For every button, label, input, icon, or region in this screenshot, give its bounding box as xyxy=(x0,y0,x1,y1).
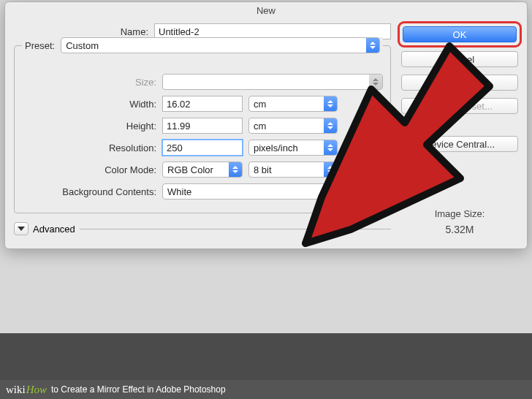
advanced-disclosure-button[interactable] xyxy=(14,222,28,235)
brand-wiki: wiki xyxy=(6,384,26,396)
chevrons-icon xyxy=(369,184,382,199)
resolution-input[interactable] xyxy=(162,140,243,156)
divider xyxy=(80,229,391,229)
image-size-value: 5.32M xyxy=(401,224,518,235)
chevrons-icon xyxy=(324,162,337,177)
colormode-select[interactable]: RGB Color xyxy=(162,162,243,178)
chevrons-icon xyxy=(229,162,242,177)
chevrons-icon xyxy=(369,75,382,89)
chevrons-icon xyxy=(324,118,337,133)
new-document-dialog: New Name: Preset: Custom xyxy=(4,1,528,249)
height-input[interactable] xyxy=(162,118,243,134)
name-label: Name: xyxy=(14,26,148,37)
cancel-button[interactable]: Cancel xyxy=(401,51,518,67)
colordepth-select[interactable]: 8 bit xyxy=(248,162,338,178)
save-preset-button[interactable]: Save Preset... xyxy=(401,75,518,91)
caption-bar: wiki How to Create a Mirror Effect in Ad… xyxy=(0,380,532,399)
chevron-down-icon xyxy=(18,227,25,231)
size-label: Size: xyxy=(22,77,156,88)
preset-select[interactable]: Custom xyxy=(61,37,380,53)
size-select xyxy=(162,74,383,90)
chevrons-icon xyxy=(366,38,379,53)
dialog-title: New xyxy=(5,2,527,20)
delete-preset-button: Delete Preset... xyxy=(401,98,518,114)
advanced-label: Advanced xyxy=(33,224,75,235)
bgcontents-label: Background Contents: xyxy=(22,186,156,197)
width-input[interactable] xyxy=(162,96,243,112)
bgcontents-select[interactable]: White xyxy=(162,183,383,200)
width-unit-select[interactable]: cm xyxy=(248,96,338,112)
preset-label: Preset: xyxy=(25,40,55,51)
colormode-label: Color Mode: xyxy=(22,164,156,175)
device-central-button[interactable]: Device Central... xyxy=(401,136,518,152)
width-label: Width: xyxy=(22,99,156,110)
chevrons-icon xyxy=(324,140,337,155)
resolution-label: Resolution: xyxy=(22,142,156,153)
ok-button[interactable]: OK xyxy=(403,26,517,42)
resolution-unit-select[interactable]: pixels/inch xyxy=(248,140,338,156)
height-label: Height: xyxy=(22,121,156,132)
brand-how: How xyxy=(26,384,47,396)
image-size-label: Image Size: xyxy=(401,208,518,219)
caption-article: to Create a Mirror Effect in Adobe Photo… xyxy=(51,384,226,395)
chevrons-icon xyxy=(324,96,337,111)
height-unit-select[interactable]: cm xyxy=(248,118,338,134)
